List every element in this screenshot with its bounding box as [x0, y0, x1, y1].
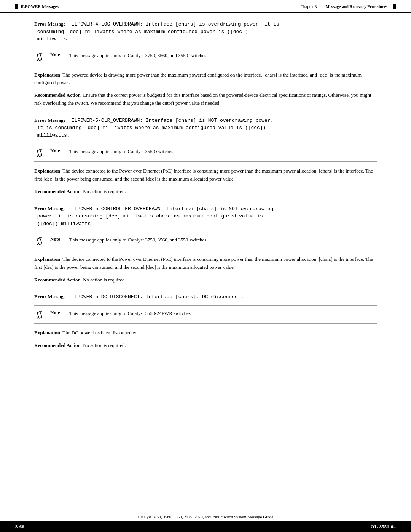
error-text-4: ILPOWER-5-DC_DISCONNECT: Interface [char… — [68, 294, 244, 300]
action-label-3: Recommended Action — [34, 277, 81, 283]
error-text-2: ILPOWER-5-CLR_OVERDRAWN: Interface [char… — [34, 118, 273, 138]
svg-rect-3 — [37, 150, 42, 157]
error-message-1: Error Message ILPOWER-4-LOG_OVERDRAWN: I… — [34, 20, 377, 43]
explanation-label-4: Explanation — [34, 330, 60, 335]
page-footer: Catalyst 3750, 3560, 3550, 2975, 2970, a… — [0, 512, 411, 532]
message-section-2: Error Message ILPOWER-5-CLR_OVERDRAWN: I… — [34, 117, 377, 196]
action-text-4: No action is required. — [83, 342, 126, 348]
svg-rect-0 — [37, 54, 42, 61]
note-pencil-icon-4 — [34, 310, 46, 320]
recommended-action-2: Recommended Action No action is required… — [34, 188, 377, 196]
header-separator — [319, 4, 323, 9]
main-content: Error Message ILPOWER-4-LOG_OVERDRAWN: I… — [0, 13, 411, 389]
explanation-label-3: Explanation — [34, 256, 60, 262]
footer-doc-number: OL-8551-04 — [371, 524, 396, 530]
action-label-4: Recommended Action — [34, 342, 81, 348]
svg-rect-5 — [37, 238, 42, 245]
footer-bar: 3-66 OL-8551-04 — [0, 521, 411, 532]
note-text-3: This message applies only to Catalyst 37… — [69, 235, 208, 244]
note-pencil-icon-3 — [34, 236, 46, 247]
explanation-text-1: The powered device is drawing more power… — [34, 72, 362, 86]
header-right-group: Chapter 3 Message and Recovery Procedure… — [301, 4, 396, 9]
note-pencil-icon-2 — [34, 148, 46, 158]
explanation-4: Explanation The DC power has been discon… — [34, 329, 377, 337]
error-text-3: ILPOWER-5-CONTROLLER_OVERDRAWN: Interfac… — [34, 206, 273, 227]
header-section: ILPOWER Messages — [21, 4, 59, 9]
explanation-text-2: The device connected to the Power over E… — [34, 168, 373, 182]
footer-book-title: Catalyst 3750, 3560, 3550, 2975, 2970, a… — [0, 512, 411, 521]
explanation-2: Explanation The device connected to the … — [34, 167, 377, 183]
error-label-3: Error Message — [34, 206, 65, 211]
message-section-4: Error Message ILPOWER-5-DC_DISCONNECT: I… — [34, 293, 377, 349]
note-label-3: Note — [50, 235, 65, 242]
explanation-3: Explanation The device connected to the … — [34, 256, 377, 272]
explanation-text-4: The DC power has been disconnected. — [62, 330, 139, 335]
error-label-4: Error Message — [34, 294, 65, 299]
recommended-action-3: Recommended Action No action is required… — [34, 276, 377, 284]
action-label-2: Recommended Action — [34, 189, 81, 194]
error-text-1: ILPOWER-4-LOG_OVERDRAWN: Interface [char… — [34, 21, 279, 42]
action-text-2: No action is required. — [83, 189, 126, 194]
svg-rect-7 — [37, 312, 42, 318]
explanation-label-1: Explanation — [34, 72, 60, 78]
note-text-4: This message applies only to Catalyst 35… — [69, 309, 192, 317]
explanation-text-3: The device connected to the Power over E… — [34, 256, 373, 270]
note-text-1: This message applies only to Catalyst 37… — [69, 51, 208, 59]
footer-page-number: 3-66 — [15, 524, 24, 530]
note-label-4: Note — [50, 309, 65, 316]
explanation-1: Explanation The powered device is drawin… — [34, 71, 377, 87]
message-section-1: Error Message ILPOWER-4-LOG_OVERDRAWN: I… — [34, 20, 377, 107]
error-label-1: Error Message — [34, 21, 65, 27]
action-text-1: Ensure that the correct power is budgete… — [34, 92, 371, 106]
message-section-3: Error Message ILPOWER-5-CONTROLLER_OVERD… — [34, 205, 377, 284]
recommended-action-4: Recommended Action No action is required… — [34, 342, 377, 350]
note-pencil-icon-1 — [34, 52, 46, 62]
page-header: ILPOWER Messages Chapter 3 Message and R… — [0, 0, 411, 13]
header-left-group: ILPOWER Messages — [15, 4, 59, 9]
action-label-1: Recommended Action — [34, 92, 81, 98]
note-box-3: Note This message applies only to Cataly… — [34, 232, 377, 250]
error-message-2: Error Message ILPOWER-5-CLR_OVERDRAWN: I… — [34, 117, 377, 139]
error-label-2: Error Message — [34, 117, 65, 123]
action-text-3: No action is required. — [83, 277, 126, 283]
error-message-3: Error Message ILPOWER-5-CONTROLLER_OVERD… — [34, 205, 377, 228]
note-box-4: Note This message applies only to Cataly… — [34, 305, 377, 324]
recommended-action-1: Recommended Action Ensure that the corre… — [34, 91, 377, 107]
header-chapter-label: Chapter 3 — [301, 4, 317, 9]
header-right-bar — [393, 4, 396, 9]
note-box-1: Note This message applies only to Cataly… — [34, 48, 377, 66]
explanation-label-2: Explanation — [34, 168, 60, 174]
header-title: Message and Recovery Procedures — [326, 4, 387, 9]
note-text-2: This message applies only to Catalyst 35… — [69, 147, 175, 155]
error-message-4: Error Message ILPOWER-5-DC_DISCONNECT: I… — [34, 293, 377, 301]
note-label-2: Note — [50, 147, 65, 154]
header-left-bar — [15, 4, 18, 9]
note-box-2: Note This message applies only to Cataly… — [34, 144, 377, 162]
note-label-1: Note — [50, 51, 65, 58]
